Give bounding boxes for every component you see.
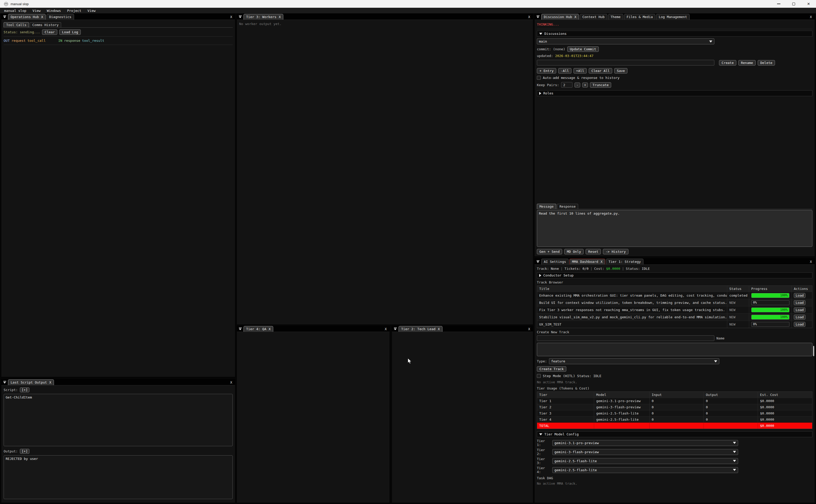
- tab-diagnostics[interactable]: Diagnostics: [46, 14, 74, 20]
- gen-send-button[interactable]: Gen + Send: [537, 249, 562, 254]
- truncate-button[interactable]: Truncate: [590, 82, 611, 88]
- panel-close-icon[interactable]: X: [227, 15, 235, 19]
- window-menu-icon[interactable]: [1, 15, 8, 18]
- minimize-button[interactable]: [771, 0, 786, 8]
- load-button[interactable]: Load: [794, 300, 805, 305]
- discussion-select[interactable]: main: [537, 38, 714, 44]
- step-mode-checkbox[interactable]: [537, 374, 541, 378]
- create-track-button[interactable]: Create Track: [537, 366, 566, 372]
- to-history-button[interactable]: -> History: [603, 249, 628, 254]
- usage-tier: Tier 3: [537, 410, 594, 416]
- discussion-name-input[interactable]: [537, 60, 714, 66]
- close-button[interactable]: ✕: [801, 0, 816, 8]
- tab-context-hub[interactable]: Context Hub: [580, 14, 607, 20]
- subtab-comms-history[interactable]: Comms History: [30, 22, 61, 27]
- script-textarea[interactable]: Get-ChildItem: [4, 394, 233, 446]
- track-value: None: [551, 267, 559, 271]
- tab-tier4-qa[interactable]: Tier 4: QAX: [244, 326, 273, 332]
- menu-manual-slop[interactable]: manual slop: [2, 8, 29, 13]
- load-button[interactable]: Load: [794, 293, 805, 298]
- tab-tier3-workers[interactable]: Tier 3: WorkersX: [244, 14, 283, 20]
- window-menu-icon[interactable]: [535, 260, 541, 263]
- tier-model-config-collapser[interactable]: Tier Model Config: [537, 431, 812, 437]
- window-menu-icon[interactable]: [237, 328, 244, 330]
- panel-close-icon[interactable]: X: [807, 15, 815, 19]
- discussions-collapser[interactable]: Discussions: [537, 31, 812, 37]
- panel-close-icon[interactable]: X: [807, 260, 815, 264]
- usage-cost: $0.0000: [758, 398, 812, 404]
- tab-mma-dashboard[interactable]: MMA DashboardX: [569, 259, 605, 264]
- tab-log-management[interactable]: Log Management: [656, 14, 690, 20]
- legend-in: IN: [58, 39, 62, 43]
- keep-pairs-minus-button[interactable]: -: [575, 83, 580, 87]
- maximize-button[interactable]: [786, 0, 801, 8]
- delete-button[interactable]: Delete: [758, 60, 775, 66]
- clear-button[interactable]: Clear: [42, 29, 57, 35]
- load-log-button[interactable]: Load Log: [59, 29, 81, 35]
- output-textarea[interactable]: REJECTED by user: [4, 455, 233, 499]
- tab-tier1-strategy[interactable]: Tier 1: Strategy: [606, 259, 643, 264]
- message-textarea[interactable]: Read the first 10 lines of aggregate.py.: [537, 210, 812, 247]
- minus-all-button[interactable]: -All: [558, 68, 571, 74]
- reset-button[interactable]: Reset: [586, 249, 601, 254]
- create-button[interactable]: Create: [719, 60, 736, 66]
- tab-close-icon[interactable]: X: [438, 327, 440, 331]
- tab-operations-hub[interactable]: Operations HubX: [8, 14, 46, 20]
- window-menu-icon[interactable]: [392, 328, 399, 330]
- add-entry-button[interactable]: + Entry: [537, 68, 556, 74]
- tab-close-icon[interactable]: X: [49, 380, 51, 384]
- tier4-model-select[interactable]: gemini-2.5-flash-lite: [552, 467, 738, 473]
- menu-windows[interactable]: Windows: [44, 8, 63, 13]
- scrollbar-thumb[interactable]: [813, 346, 814, 356]
- load-button[interactable]: Load: [794, 322, 805, 327]
- type-select[interactable]: feature: [549, 358, 719, 364]
- tab-close-icon[interactable]: X: [601, 260, 603, 264]
- tier3-model-select[interactable]: gemini-2.5-flash-lite: [552, 458, 738, 464]
- load-button[interactable]: Load: [794, 315, 805, 320]
- save-button[interactable]: Save: [614, 68, 627, 74]
- roles-collapser[interactable]: Roles: [537, 90, 812, 96]
- panel-close-icon[interactable]: X: [525, 15, 533, 19]
- load-button[interactable]: Load: [794, 307, 805, 312]
- clear-all-button[interactable]: Clear All: [589, 68, 612, 74]
- track-name-input[interactable]: [537, 335, 714, 341]
- panel-close-icon[interactable]: X: [227, 380, 235, 384]
- keep-pairs-plus-button[interactable]: +: [582, 83, 588, 87]
- update-commit-button[interactable]: Update Commit: [567, 46, 599, 52]
- track-description-textarea[interactable]: [537, 343, 812, 356]
- subtab-tool-calls[interactable]: Tool Calls: [4, 22, 29, 27]
- panel-close-icon[interactable]: X: [382, 327, 390, 331]
- menu-project[interactable]: Project: [64, 8, 84, 13]
- tab-close-icon[interactable]: X: [41, 15, 43, 19]
- menu-view-2[interactable]: View: [85, 8, 98, 13]
- tier2-model-select[interactable]: gemini-3-flash-preview: [552, 449, 738, 455]
- tab-last-script-output[interactable]: Last Script OutputX: [8, 379, 54, 385]
- subtab-response[interactable]: Response: [557, 204, 578, 209]
- type-select-value: feature: [551, 359, 565, 363]
- tab-tier2-tech-lead[interactable]: Tier 2: Tech LeadX: [399, 326, 442, 332]
- tab-close-icon[interactable]: X: [279, 15, 281, 19]
- tab-close-icon[interactable]: X: [575, 15, 577, 19]
- progress-bar: 100%: [751, 293, 789, 298]
- menu-view[interactable]: View: [30, 8, 43, 13]
- tab-discussion-hub[interactable]: Discussion HubX: [541, 14, 579, 20]
- subtab-message[interactable]: Message: [537, 204, 556, 209]
- autoadd-checkbox[interactable]: [537, 76, 541, 80]
- window-title: manual slop: [11, 2, 29, 6]
- window-menu-icon[interactable]: [237, 15, 244, 18]
- tab-files-media[interactable]: Files & Media: [624, 14, 656, 20]
- rename-button[interactable]: Rename: [738, 60, 756, 66]
- tab-ai-settings[interactable]: AI Settings: [541, 259, 569, 264]
- window-menu-icon[interactable]: [535, 15, 541, 18]
- window-menu-icon[interactable]: [1, 381, 8, 384]
- tab-close-icon[interactable]: X: [269, 327, 271, 331]
- script-expand-button[interactable]: [+]: [20, 387, 29, 392]
- conductor-setup-collapser[interactable]: Conductor Setup: [537, 272, 812, 278]
- tab-theme[interactable]: Theme: [608, 14, 623, 20]
- md-only-button[interactable]: MD Only: [564, 249, 584, 254]
- keep-pairs-input[interactable]: 2: [561, 82, 572, 88]
- plus-all-button[interactable]: +All: [573, 68, 587, 74]
- panel-close-icon[interactable]: X: [525, 327, 533, 331]
- output-expand-button[interactable]: [+]: [20, 449, 29, 454]
- tier1-model-select[interactable]: gemini-3.1-pro-preview: [552, 440, 738, 446]
